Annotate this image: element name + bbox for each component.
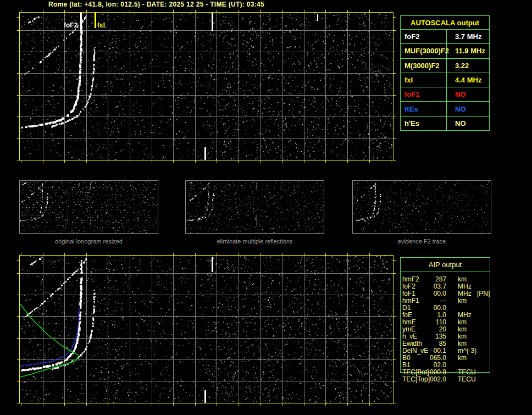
- axis-tick: [173, 403, 174, 406]
- axis-tick: [86, 403, 87, 406]
- axis-tick: [239, 161, 239, 163]
- axis-tick: [64, 403, 65, 406]
- axis-tick: [391, 403, 391, 406]
- aip-title-divider: [400, 272, 490, 272]
- axis-tick: [108, 403, 108, 406]
- axis-tick: [152, 253, 152, 255]
- axis-tick: [325, 161, 326, 163]
- aip-row-d1: D100.0: [400, 305, 510, 312]
- axis-tick: [369, 10, 370, 12]
- autoscala-value: NO: [447, 87, 489, 101]
- axis-tick: [152, 10, 152, 12]
- autoscala-table-title: AUTOSCALA output: [401, 16, 489, 30]
- aip-table-title: AIP output: [400, 261, 490, 269]
- thumbnail-multiple-reflections: [185, 180, 324, 234]
- axis-tick: [152, 403, 152, 406]
- axis-tick: [130, 253, 130, 255]
- axis-tick: [261, 161, 261, 163]
- thumbnail-f2-canvas: [353, 181, 491, 233]
- axis-tick: [304, 161, 304, 163]
- autoscala-value: 3.22: [447, 59, 489, 73]
- station-date-title: Rome (lat: +41.8, lon: 012.5) - DATE: 20…: [48, 1, 264, 8]
- axis-tick: [17, 52, 19, 52]
- axis-tick: [21, 253, 21, 255]
- thumbnail-f2-trace: [352, 180, 491, 234]
- axis-tick: [17, 117, 19, 117]
- axis-tick: [391, 161, 391, 163]
- axis-tick: [394, 17, 396, 18]
- autoscala-window: Rome (lat: +41.8, lon: 012.5) - DATE: 20…: [0, 0, 532, 415]
- autoscala-row-ftes: ftEsNO: [401, 102, 489, 116]
- axis-tick: [369, 253, 370, 255]
- axis-tick: [347, 10, 348, 12]
- aip-row-hme: hmE110km: [400, 319, 510, 326]
- aip-row-fof2: foF203.7MHz: [400, 283, 510, 290]
- aip-unit: TECU: [458, 376, 476, 383]
- axis-tick: [282, 403, 282, 406]
- axis-tick: [394, 359, 396, 360]
- axis-tick: [17, 260, 19, 261]
- axis-tick: [369, 161, 370, 163]
- axis-tick: [64, 10, 65, 12]
- axis-tick: [195, 10, 196, 12]
- axis-tick: [347, 403, 348, 406]
- axis-tick: [86, 10, 87, 12]
- aip-row-hmf1: hmF1---km: [400, 297, 510, 305]
- axis-tick: [173, 161, 174, 163]
- axis-tick: [195, 253, 196, 255]
- aip-value: 002.0: [422, 376, 446, 383]
- axis-tick: [17, 95, 19, 96]
- axis-tick: [173, 253, 174, 255]
- axis-tick: [394, 52, 396, 52]
- thumbnail-caption-reflections: eliminate multiple reflections: [185, 238, 324, 245]
- axis-tick: [239, 10, 239, 12]
- axis-tick: [304, 403, 304, 406]
- axis-tick: [394, 73, 396, 74]
- autoscala-value: NO: [447, 117, 489, 130]
- axis-tick: [325, 403, 326, 406]
- axis-tick: [239, 253, 239, 255]
- bottom-ionogram-plot: [19, 255, 394, 403]
- axis-tick: [394, 95, 396, 96]
- axis-tick: [17, 160, 19, 161]
- axis-tick: [86, 253, 87, 255]
- axis-tick: [43, 10, 43, 12]
- axis-tick: [304, 253, 304, 255]
- axis-tick: [304, 10, 304, 12]
- thumbnail-original-ionogram: [19, 180, 158, 234]
- axis-tick: [17, 138, 19, 139]
- axis-tick: [130, 403, 130, 406]
- axis-tick: [282, 161, 282, 163]
- axis-tick: [17, 30, 19, 31]
- axis-tick: [217, 161, 217, 163]
- axis-tick: [130, 10, 130, 12]
- autoscala-table-rows: foF23.7 MHzMUF(3000)F211.9 MHzM(3000)F23…: [401, 30, 489, 130]
- autoscala-param: foF1: [401, 87, 447, 101]
- axis-tick: [394, 381, 396, 381]
- thumbnail-caption-original: original ionogram resized: [19, 238, 158, 245]
- axis-tick: [173, 10, 174, 12]
- axis-tick: [369, 403, 370, 406]
- autoscala-value: 3.7 MHz: [447, 30, 489, 43]
- axis-tick: [17, 381, 19, 381]
- autoscala-param: foF2: [401, 30, 447, 43]
- aip-row-foe: foE1.0MHz: [400, 312, 510, 319]
- autoscala-row-fof2: foF23.7 MHz: [401, 30, 489, 44]
- axis-tick: [394, 338, 396, 339]
- autoscala-row-m-3000-f2: M(3000)F23.22: [401, 59, 489, 73]
- top-ionogram-plot: [19, 12, 394, 161]
- axis-tick: [394, 160, 396, 161]
- autoscala-row-fxi: fxI4.4 MHz: [401, 73, 489, 87]
- axis-tick: [217, 253, 217, 255]
- axis-tick: [86, 161, 87, 163]
- autoscala-output-table: AUTOSCALA output foF23.7 MHzMUF(3000)F21…: [400, 15, 490, 131]
- axis-tick: [17, 295, 19, 295]
- axis-tick: [325, 253, 326, 255]
- autoscala-param: h'Es: [401, 117, 447, 130]
- axis-tick: [64, 253, 65, 255]
- axis-tick: [394, 117, 396, 117]
- axis-tick: [217, 10, 217, 12]
- axis-tick: [43, 403, 43, 406]
- axis-tick: [17, 338, 19, 339]
- axis-tick: [152, 161, 152, 163]
